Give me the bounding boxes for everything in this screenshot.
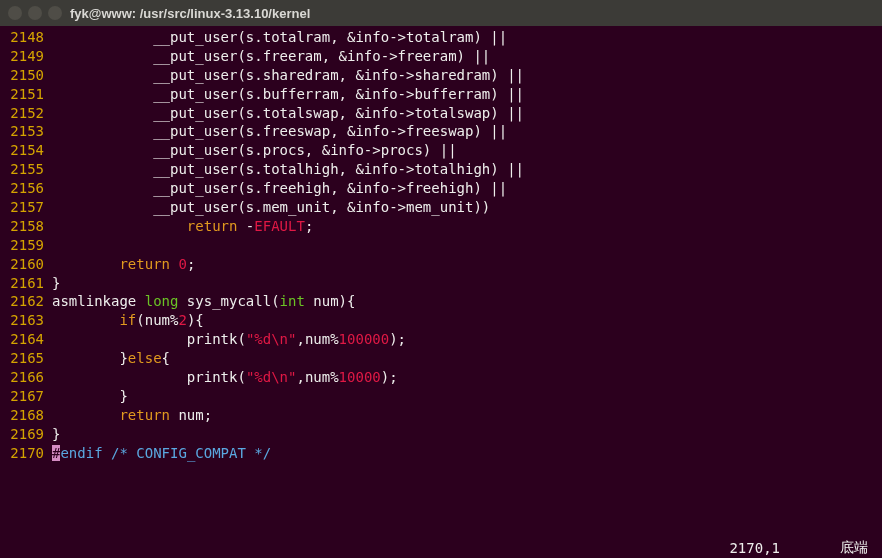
code-content: __put_user(s.freeram, &info->freeram) || xyxy=(52,47,882,66)
line-number: 2161 xyxy=(0,274,52,293)
code-line[interactable]: 2164 printk("%d\n",num%100000); xyxy=(0,330,882,349)
close-icon[interactable] xyxy=(8,6,22,20)
line-number: 2157 xyxy=(0,198,52,217)
line-number: 2164 xyxy=(0,330,52,349)
line-number: 2153 xyxy=(0,122,52,141)
code-line[interactable]: 2167 } xyxy=(0,387,882,406)
code-content: return -EFAULT; xyxy=(52,217,882,236)
code-content: __put_user(s.procs, &info->procs) || xyxy=(52,141,882,160)
line-number: 2151 xyxy=(0,85,52,104)
code-line[interactable]: 2154 __put_user(s.procs, &info->procs) |… xyxy=(0,141,882,160)
code-content: return num; xyxy=(52,406,882,425)
code-line[interactable]: 2153 __put_user(s.freeswap, &info->frees… xyxy=(0,122,882,141)
line-number: 2169 xyxy=(0,425,52,444)
cursor-position: 2170,1 xyxy=(729,540,780,556)
code-content: __put_user(s.bufferram, &info->bufferram… xyxy=(52,85,882,104)
code-content: } xyxy=(52,274,882,293)
code-line[interactable]: 2160 return 0; xyxy=(0,255,882,274)
window-title: fyk@www: /usr/src/linux-3.13.10/kernel xyxy=(70,6,310,21)
code-line[interactable]: 2159 xyxy=(0,236,882,255)
code-line[interactable]: 2148 __put_user(s.totalram, &info->total… xyxy=(0,28,882,47)
line-number: 2160 xyxy=(0,255,52,274)
code-line[interactable]: 2168 return num; xyxy=(0,406,882,425)
code-line[interactable]: 2158 return -EFAULT; xyxy=(0,217,882,236)
code-line[interactable]: 2161} xyxy=(0,274,882,293)
code-content: }else{ xyxy=(52,349,882,368)
scroll-indicator: 底端 xyxy=(840,539,868,557)
code-content: return 0; xyxy=(52,255,882,274)
code-content: } xyxy=(52,425,882,444)
code-line[interactable]: 2157 __put_user(s.mem_unit, &info->mem_u… xyxy=(0,198,882,217)
code-content: __put_user(s.sharedram, &info->sharedram… xyxy=(52,66,882,85)
line-number: 2148 xyxy=(0,28,52,47)
code-content: __put_user(s.totalram, &info->totalram) … xyxy=(52,28,882,47)
line-number: 2156 xyxy=(0,179,52,198)
status-bar: 2170,1 底端 xyxy=(0,538,882,558)
code-line[interactable]: 2155 __put_user(s.totalhigh, &info->tota… xyxy=(0,160,882,179)
line-number: 2158 xyxy=(0,217,52,236)
code-content: asmlinkage long sys_mycall(int num){ xyxy=(52,292,882,311)
window-buttons xyxy=(8,6,62,20)
line-number: 2162 xyxy=(0,292,52,311)
code-content: if(num%2){ xyxy=(52,311,882,330)
line-number: 2150 xyxy=(0,66,52,85)
line-number: 2170 xyxy=(0,444,52,463)
line-number: 2159 xyxy=(0,236,52,255)
code-line[interactable]: 2151 __put_user(s.bufferram, &info->buff… xyxy=(0,85,882,104)
titlebar: fyk@www: /usr/src/linux-3.13.10/kernel xyxy=(0,0,882,26)
code-content: __put_user(s.freeswap, &info->freeswap) … xyxy=(52,122,882,141)
editor-area[interactable]: 2148 __put_user(s.totalram, &info->total… xyxy=(0,26,882,464)
maximize-icon[interactable] xyxy=(48,6,62,20)
code-line[interactable]: 2166 printk("%d\n",num%10000); xyxy=(0,368,882,387)
code-line[interactable]: 2149 __put_user(s.freeram, &info->freera… xyxy=(0,47,882,66)
code-line[interactable]: 2152 __put_user(s.totalswap, &info->tota… xyxy=(0,104,882,123)
line-number: 2149 xyxy=(0,47,52,66)
line-number: 2168 xyxy=(0,406,52,425)
code-line[interactable]: 2150 __put_user(s.sharedram, &info->shar… xyxy=(0,66,882,85)
code-line[interactable]: 2165 }else{ xyxy=(0,349,882,368)
code-line[interactable]: 2156 __put_user(s.freehigh, &info->freeh… xyxy=(0,179,882,198)
line-number: 2165 xyxy=(0,349,52,368)
code-content: __put_user(s.totalhigh, &info->totalhigh… xyxy=(52,160,882,179)
code-content: __put_user(s.mem_unit, &info->mem_unit)) xyxy=(52,198,882,217)
code-content: printk("%d\n",num%10000); xyxy=(52,368,882,387)
code-content: __put_user(s.freehigh, &info->freehigh) … xyxy=(52,179,882,198)
minimize-icon[interactable] xyxy=(28,6,42,20)
line-number: 2166 xyxy=(0,368,52,387)
code-line[interactable]: 2170#endif /* CONFIG_COMPAT */ xyxy=(0,444,882,463)
line-number: 2163 xyxy=(0,311,52,330)
code-content: __put_user(s.totalswap, &info->totalswap… xyxy=(52,104,882,123)
code-content: #endif /* CONFIG_COMPAT */ xyxy=(52,444,882,463)
line-number: 2152 xyxy=(0,104,52,123)
code-content xyxy=(52,236,882,255)
line-number: 2155 xyxy=(0,160,52,179)
line-number: 2167 xyxy=(0,387,52,406)
code-line[interactable]: 2169} xyxy=(0,425,882,444)
line-number: 2154 xyxy=(0,141,52,160)
code-content: printk("%d\n",num%100000); xyxy=(52,330,882,349)
code-line[interactable]: 2162asmlinkage long sys_mycall(int num){ xyxy=(0,292,882,311)
code-line[interactable]: 2163 if(num%2){ xyxy=(0,311,882,330)
code-content: } xyxy=(52,387,882,406)
